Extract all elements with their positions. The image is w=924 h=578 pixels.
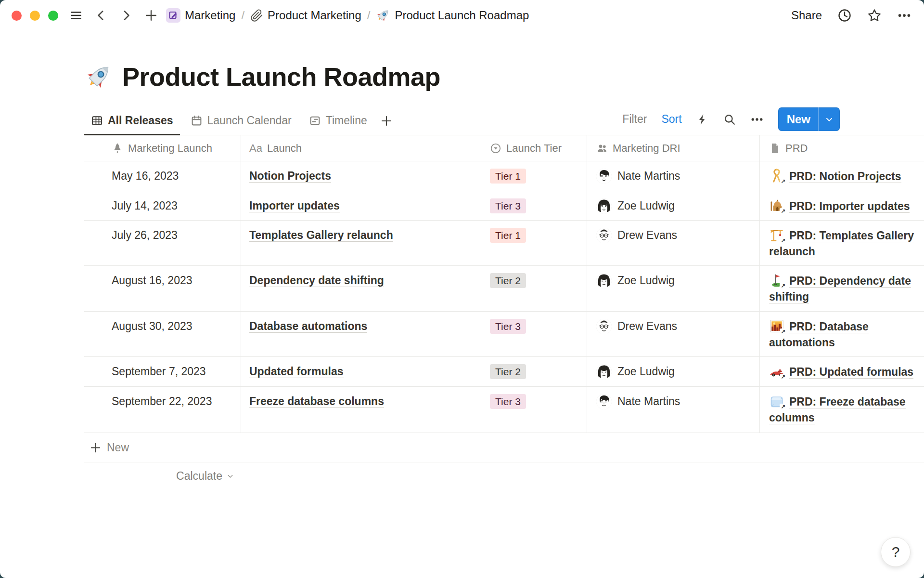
breadcrumb-item-product-marketing[interactable]: Product Marketing [250, 9, 361, 22]
column-header-prd[interactable]: PRD [760, 135, 924, 161]
breadcrumb-label: Product Launch Roadmap [395, 9, 529, 22]
tab-label: All Releases [108, 114, 173, 127]
filter-button[interactable]: Filter [622, 113, 647, 126]
cell-launch-tier[interactable]: Tier 1 [481, 161, 587, 191]
search-icon[interactable] [723, 113, 736, 126]
breadcrumb-separator: / [240, 9, 245, 22]
cell-launch[interactable]: Dependency date shifting [241, 266, 481, 311]
minimize-window-button[interactable] [30, 11, 40, 21]
column-header-marketing-launch[interactable]: Marketing Launch [84, 135, 241, 161]
cell-marketing-dri[interactable]: Drew Evans [587, 312, 760, 356]
cell-launch-tier[interactable]: Tier 3 [481, 312, 587, 356]
cell-launch[interactable]: Updated formulas [241, 357, 481, 386]
cell-prd[interactable]: ↗PRD: Templates Gallery relaunch [760, 221, 924, 265]
launch-page-link[interactable]: Freeze database columns [249, 395, 384, 408]
prd-page-link[interactable]: PRD: Dependency date shifting [769, 275, 911, 303]
prd-page-link[interactable]: PRD: Templates Gallery relaunch [769, 229, 914, 258]
avatar [596, 169, 612, 184]
cell-launch[interactable]: Database automations [241, 312, 481, 356]
tier-badge[interactable]: Tier 2 [490, 273, 526, 288]
cell-marketing-launch[interactable]: July 26, 2023 [84, 221, 241, 265]
cell-marketing-dri[interactable]: Drew Evans [587, 221, 760, 265]
share-button[interactable]: Share [791, 9, 822, 22]
prd-page-link[interactable]: PRD: Updated formulas [789, 366, 913, 379]
breadcrumb-item-product-launch-roadmap[interactable]: Product Launch Roadmap [376, 8, 529, 23]
launch-page-link[interactable]: Importer updates [249, 199, 340, 212]
person-name: Zoe Ludwig [617, 364, 675, 380]
cell-marketing-launch[interactable]: May 16, 2023 [84, 161, 241, 191]
tier-badge[interactable]: Tier 3 [490, 319, 526, 334]
prd-page-link[interactable]: PRD: Freeze database columns [769, 395, 906, 424]
column-header-launch-tier[interactable]: Launch Tier [481, 135, 587, 161]
cell-launch-tier[interactable]: Tier 2 [481, 266, 587, 311]
new-tab-button[interactable] [145, 9, 157, 22]
updates-clock-icon[interactable] [837, 8, 852, 23]
cell-marketing-dri[interactable]: Nate Martins [587, 161, 760, 191]
column-header-marketing-dri[interactable]: Marketing DRI [587, 135, 760, 161]
sort-button[interactable]: Sort [661, 113, 681, 126]
cell-marketing-dri[interactable]: Zoe Ludwig [587, 357, 760, 386]
close-window-button[interactable] [12, 11, 22, 21]
cell-prd[interactable]: ↗PRD: Importer updates [760, 191, 924, 220]
launch-page-link[interactable]: Updated formulas [249, 365, 344, 378]
automations-bolt-icon[interactable] [696, 113, 709, 126]
tab-all-releases[interactable]: All Releases [84, 114, 180, 135]
new-row-button[interactable]: New [84, 433, 924, 462]
launch-page-link[interactable]: Dependency date shifting [249, 274, 384, 287]
tier-badge[interactable]: Tier 3 [490, 394, 526, 409]
cell-marketing-launch[interactable]: August 16, 2023 [84, 266, 241, 311]
launch-page-link[interactable]: Templates Gallery relaunch [249, 229, 393, 242]
cell-marketing-dri[interactable]: Nate Martins [587, 387, 760, 433]
tab-launch-calendar[interactable]: Launch Calendar [184, 114, 298, 135]
cell-marketing-launch[interactable]: September 7, 2023 [84, 357, 241, 386]
new-button[interactable]: New [778, 107, 840, 131]
add-view-button[interactable] [378, 115, 397, 134]
person-name: Nate Martins [617, 394, 680, 409]
cell-launch[interactable]: Templates Gallery relaunch [241, 221, 481, 265]
cell-launch-tier[interactable]: Tier 2 [481, 357, 587, 386]
nav-back-button[interactable] [95, 9, 107, 22]
breadcrumb-item-marketing[interactable]: Marketing [166, 8, 235, 23]
cell-prd[interactable]: ↗PRD: Dependency date shifting [760, 266, 924, 311]
more-options-icon[interactable] [897, 8, 911, 23]
cell-marketing-launch[interactable]: August 30, 2023 [84, 312, 241, 356]
view-options-dots-icon[interactable] [750, 113, 764, 126]
person-name: Drew Evans [617, 227, 677, 243]
cell-marketing-launch[interactable]: September 22, 2023 [84, 387, 241, 433]
cell-launch[interactable]: Notion Projects [241, 161, 481, 191]
cell-prd[interactable]: ↗PRD: Database automations [760, 312, 924, 356]
prd-page-link[interactable]: PRD: Importer updates [789, 200, 910, 213]
cell-prd[interactable]: ↗PRD: Freeze database columns [760, 387, 924, 433]
date-value: July 26, 2023 [112, 229, 178, 241]
cell-prd[interactable]: ↗PRD: Updated formulas [760, 357, 924, 386]
cell-launch[interactable]: Freeze database columns [241, 387, 481, 433]
help-button[interactable]: ? [881, 537, 911, 567]
prd-page-link[interactable]: PRD: Notion Projects [789, 170, 901, 183]
launch-page-link[interactable]: Database automations [249, 320, 367, 333]
table-row: July 26, 2023Templates Gallery relaunchT… [84, 221, 924, 266]
cell-launch-tier[interactable]: Tier 1 [481, 221, 587, 265]
column-header-launch[interactable]: Aa Launch [241, 135, 481, 161]
page-property-icon [769, 143, 781, 154]
page-rocket-icon[interactable] [85, 63, 113, 91]
favorite-star-icon[interactable] [867, 8, 882, 23]
tier-badge[interactable]: Tier 3 [490, 198, 526, 213]
tier-badge[interactable]: Tier 1 [490, 228, 526, 243]
zoom-window-button[interactable] [48, 11, 58, 21]
cell-marketing-launch[interactable]: July 14, 2023 [84, 191, 241, 220]
cell-launch-tier[interactable]: Tier 3 [481, 191, 587, 220]
calculate-button[interactable]: Calculate [84, 462, 241, 489]
launch-page-link[interactable]: Notion Projects [249, 170, 331, 183]
cell-marketing-dri[interactable]: Zoe Ludwig [587, 266, 760, 311]
nav-forward-button[interactable] [120, 9, 132, 22]
cell-launch-tier[interactable]: Tier 3 [481, 387, 587, 433]
cell-launch[interactable]: Importer updates [241, 191, 481, 220]
tier-badge[interactable]: Tier 2 [490, 364, 526, 379]
tier-badge[interactable]: Tier 1 [490, 169, 526, 184]
new-button-chevron-down-icon[interactable] [819, 115, 840, 124]
tab-timeline[interactable]: Timeline [302, 114, 374, 135]
cell-marketing-dri[interactable]: Zoe Ludwig [587, 191, 760, 220]
sidebar-menu-icon[interactable] [70, 9, 82, 22]
link-arrow-icon: ↗ [780, 328, 786, 335]
cell-prd[interactable]: ↗PRD: Notion Projects [760, 161, 924, 191]
